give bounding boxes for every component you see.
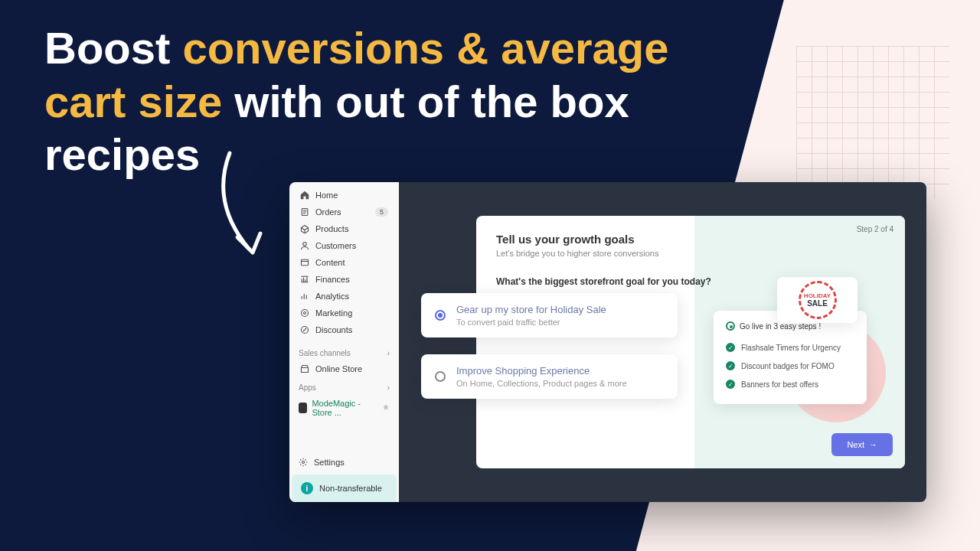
promo-item: ✓Discount badges for FOMO <box>726 357 854 375</box>
radio-unselected[interactable] <box>435 371 446 382</box>
onboarding-panel: Step 2 of 4 Tell us your growth goals Le… <box>476 216 905 468</box>
target-icon <box>726 321 735 331</box>
nav-products[interactable]: Products <box>294 220 394 237</box>
chevron-right-icon: › <box>387 349 390 357</box>
grid-decoration <box>796 46 949 199</box>
content-icon <box>300 258 309 267</box>
holiday-sale-badge: HOLIDAY SALE <box>777 277 858 323</box>
app-window: Home Orders5 Products Customers Content … <box>289 182 926 502</box>
nav-marketing[interactable]: Marketing <box>294 305 394 321</box>
orders-icon <box>300 207 309 217</box>
option-title: Gear up my store for Holiday Sale <box>456 304 606 315</box>
nav-list: Home Orders5 Products Customers Content … <box>289 182 399 343</box>
arrow-decoration <box>207 149 276 264</box>
finances-icon <box>300 275 309 284</box>
next-button[interactable]: Next→ <box>831 433 893 456</box>
non-transferable-banner[interactable]: iNon-transferable <box>292 474 397 502</box>
discounts-icon <box>300 325 309 334</box>
promo-item: ✓Banners for best offers <box>726 375 854 393</box>
nav-analytics[interactable]: Analytics <box>294 288 394 305</box>
option-shopping-experience[interactable]: Improve Shopping Experience On Home, Col… <box>421 354 678 399</box>
nav-finances[interactable]: Finances <box>294 271 394 288</box>
check-icon: ✓ <box>726 343 735 352</box>
svg-point-1 <box>303 243 307 246</box>
app-icon <box>299 403 307 413</box>
panel-title: Tell us your growth goals <box>496 233 885 246</box>
marketing-headline: Boost conversions & average cart size wi… <box>44 21 749 181</box>
nav-orders[interactable]: Orders5 <box>294 204 394 220</box>
section-apps[interactable]: Apps› <box>289 377 399 395</box>
gear-icon <box>299 458 308 467</box>
nav-online-store[interactable]: Online Store <box>289 360 399 377</box>
svg-point-6 <box>302 461 305 464</box>
sidebar: Home Orders5 Products Customers Content … <box>289 182 399 502</box>
option-holiday-sale[interactable]: Gear up my store for Holiday Sale To con… <box>421 293 678 337</box>
home-icon <box>300 191 309 200</box>
promo-steps-card: Go live in 3 easy steps ! ✓Flashsale Tim… <box>714 311 867 404</box>
customers-icon <box>300 241 309 250</box>
orders-badge: 5 <box>375 207 388 217</box>
panel-subtitle: Let's bridge you to higher store convers… <box>496 249 885 258</box>
nav-home[interactable]: Home <box>294 187 394 204</box>
option-subtitle: On Home, Collections, Product pages & mo… <box>456 379 627 388</box>
svg-rect-2 <box>302 259 309 266</box>
products-icon <box>300 224 309 233</box>
chevron-right-icon: › <box>387 383 390 392</box>
option-subtitle: To convert paid traffic better <box>456 318 606 327</box>
check-icon: ✓ <box>726 380 735 389</box>
svg-point-3 <box>302 310 309 317</box>
nav-content[interactable]: Content <box>294 254 394 271</box>
arrow-right-icon: → <box>869 440 877 449</box>
info-icon: i <box>301 482 313 494</box>
nav-customers[interactable]: Customers <box>294 237 394 254</box>
analytics-icon <box>300 292 309 301</box>
marketing-icon <box>300 308 309 318</box>
radio-selected[interactable] <box>435 310 446 321</box>
store-icon <box>300 364 309 373</box>
svg-point-4 <box>304 312 306 315</box>
nav-settings[interactable]: Settings <box>289 453 399 471</box>
nav-discounts[interactable]: Discounts <box>294 321 394 338</box>
promo-item: ✓Flashsale Timers for Urgency <box>726 338 854 357</box>
pin-icon <box>382 403 390 412</box>
app-modemagic[interactable]: ModeMagic - Store ... <box>289 395 399 421</box>
check-icon: ✓ <box>726 361 735 370</box>
section-channels[interactable]: Sales channels› <box>289 343 399 360</box>
option-title: Improve Shopping Experience <box>456 365 627 377</box>
